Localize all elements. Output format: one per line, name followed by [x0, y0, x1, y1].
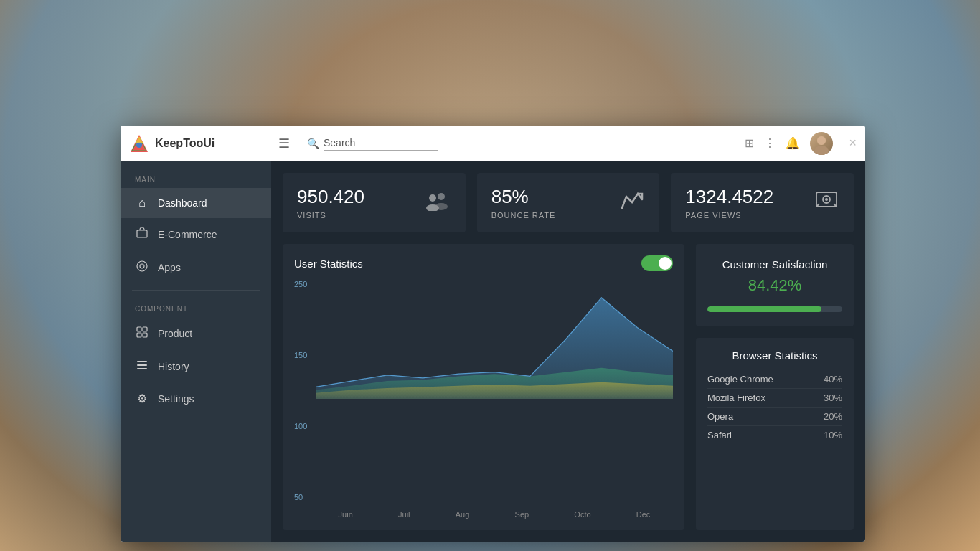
- chart-toggle[interactable]: [641, 255, 673, 271]
- chart-card: User Statistics 250 150 100 50: [283, 244, 684, 530]
- sidebar-item-apps[interactable]: Apps: [121, 251, 271, 284]
- browser-stats-card: Browser Statistics Google Chrome 40% Moz…: [696, 338, 854, 530]
- sidebar-label-history: History: [158, 361, 189, 372]
- sidebar-label-dashboard: Dashboard: [158, 197, 207, 209]
- visits-value: 950.420: [297, 186, 364, 208]
- browser-row-opera: Opera 20%: [707, 408, 842, 426]
- chart-area: 250 150 100 50: [294, 280, 673, 519]
- satisfaction-card: Customer Satisfaction 84.42%: [696, 244, 854, 326]
- app-body: MAIN ⌂ Dashboard E-Commerce: [121, 161, 865, 542]
- chart-y-labels: 250 150 100 50: [294, 280, 307, 504]
- x-label-sep: Sep: [515, 510, 529, 519]
- history-icon: [135, 359, 149, 375]
- svg-point-23: [825, 198, 828, 201]
- satisfaction-title: Customer Satisfaction: [707, 258, 842, 270]
- sidebar-item-product[interactable]: Product: [121, 317, 271, 350]
- hamburger-button[interactable]: ☰: [273, 133, 296, 154]
- toggle-knob: [659, 257, 672, 270]
- close-button[interactable]: ×: [849, 136, 857, 151]
- svg-rect-16: [137, 368, 147, 369]
- x-label-juil: Juil: [398, 510, 410, 519]
- search-area: 🔍: [307, 136, 465, 151]
- stat-cards: 950.420 VISITS 85%: [283, 173, 854, 232]
- chart-header: User Statistics: [294, 255, 673, 271]
- search-input[interactable]: [324, 136, 438, 151]
- bounce-card: 85% BOUNCE RATE: [477, 173, 660, 232]
- logo-icon: [129, 133, 149, 154]
- product-icon: [135, 326, 149, 342]
- ecommerce-icon: [135, 227, 149, 242]
- bell-icon[interactable]: 🔔: [786, 136, 800, 150]
- visits-label: VISITS: [297, 211, 364, 220]
- settings-icon: ⚙: [135, 392, 149, 405]
- svg-rect-13: [143, 333, 147, 337]
- browser-pct-firefox: 30%: [824, 392, 842, 403]
- bounce-icon: [619, 189, 645, 216]
- svg-rect-14: [137, 361, 147, 362]
- y-label-250: 250: [294, 280, 307, 288]
- logo-area: KeepTooUi: [129, 133, 273, 154]
- svg-point-20: [435, 203, 448, 210]
- app-title: KeepTooUi: [155, 137, 215, 150]
- main-content: 950.420 VISITS 85%: [271, 161, 865, 542]
- pageviews-value: 1324.4522: [685, 186, 773, 208]
- svg-point-17: [429, 194, 436, 202]
- sidebar-component-label: COMPONENT: [121, 296, 271, 317]
- sidebar-label-apps: Apps: [158, 262, 181, 273]
- chart-svg: [316, 280, 673, 399]
- browser-name-firefox: Mozila Firefox: [707, 392, 765, 403]
- svg-rect-7: [137, 230, 147, 237]
- svg-rect-15: [137, 364, 147, 366]
- chart-x-labels: Juin Juil Aug Sep Octo Dec: [316, 510, 673, 519]
- header-right: ⊞ ⋮ 🔔 ×: [745, 132, 857, 155]
- sidebar-label-ecommerce: E-Commerce: [158, 229, 217, 240]
- search-icon: 🔍: [307, 138, 319, 149]
- bounce-label: BOUNCE RATE: [491, 211, 556, 220]
- sidebar-item-dashboard[interactable]: ⌂ Dashboard: [121, 188, 271, 218]
- avatar[interactable]: [810, 132, 833, 155]
- browser-stats-title: Browser Statistics: [707, 349, 842, 362]
- pageviews-label: PAGE VIEWS: [685, 211, 773, 220]
- grid-icon[interactable]: ⊞: [745, 136, 754, 150]
- svg-rect-11: [143, 327, 147, 331]
- svg-point-9: [140, 264, 144, 268]
- header: KeepTooUi ☰ 🔍 ⊞ ⋮ 🔔 ×: [121, 126, 865, 161]
- more-options-icon[interactable]: ⋮: [764, 136, 776, 150]
- y-label-50: 50: [294, 493, 307, 501]
- apps-icon: [135, 260, 149, 276]
- bottom-row: User Statistics 250 150 100 50: [283, 244, 854, 530]
- browser-row-safari: Safari 10%: [707, 426, 842, 444]
- bounce-value: 85%: [491, 186, 556, 208]
- browser-pct-safari: 10%: [824, 430, 842, 441]
- sidebar-label-product: Product: [158, 328, 192, 339]
- browser-name-opera: Opera: [707, 411, 733, 422]
- chart-title: User Statistics: [294, 258, 363, 270]
- browser-row-firefox: Mozila Firefox 30%: [707, 389, 842, 408]
- right-panel: Customer Satisfaction 84.42% Browser Sta…: [696, 244, 854, 530]
- home-icon: ⌂: [135, 197, 149, 209]
- x-label-octo: Octo: [574, 510, 590, 519]
- browser-row-chrome: Google Chrome 40%: [707, 370, 842, 389]
- sidebar-item-ecommerce[interactable]: E-Commerce: [121, 218, 271, 251]
- sidebar-item-settings[interactable]: ⚙ Settings: [121, 383, 271, 414]
- svg-rect-10: [137, 327, 141, 331]
- sidebar: MAIN ⌂ Dashboard E-Commerce: [121, 161, 271, 542]
- visits-card: 950.420 VISITS: [283, 173, 466, 232]
- satisfaction-bar-bg: [707, 306, 842, 312]
- sidebar-divider: [132, 290, 260, 291]
- y-label-150: 150: [294, 351, 307, 359]
- sidebar-item-history[interactable]: History: [121, 350, 271, 383]
- pageviews-icon: [814, 189, 839, 216]
- browser-pct-chrome: 40%: [824, 374, 842, 385]
- x-label-aug: Aug: [456, 510, 470, 519]
- sidebar-main-label: MAIN: [121, 167, 271, 188]
- svg-marker-3: [135, 136, 143, 143]
- browser-pct-opera: 20%: [824, 411, 842, 422]
- pageviews-card: 1324.4522 PAGE VIEWS: [671, 173, 854, 232]
- y-label-100: 100: [294, 422, 307, 430]
- svg-rect-12: [137, 333, 141, 337]
- browser-name-safari: Safari: [707, 430, 732, 441]
- svg-point-18: [438, 193, 445, 200]
- x-label-dec: Dec: [636, 510, 651, 519]
- visits-icon: [423, 189, 451, 216]
